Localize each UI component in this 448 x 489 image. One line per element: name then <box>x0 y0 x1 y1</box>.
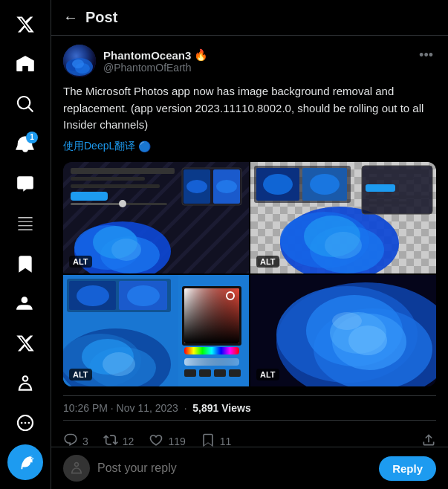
stats-row: 3 12 119 <box>63 427 436 447</box>
image-grid-cell-4[interactable]: ALT <box>250 275 436 386</box>
reply-input[interactable] <box>97 462 371 475</box>
sidebar-item-logo[interactable] <box>7 6 44 43</box>
retweet-icon <box>103 433 118 447</box>
translate-link[interactable]: 使用DeepL翻译 🔵 <box>63 140 436 153</box>
reply-avatar <box>63 455 90 482</box>
fire-emoji: 🔥 <box>194 48 208 62</box>
svg-rect-40 <box>366 201 410 204</box>
svg-rect-38 <box>366 184 395 192</box>
tweet-text: The Microsoft Photos app now has image b… <box>63 83 436 134</box>
sidebar-item-notifications[interactable]: 1 <box>7 126 44 163</box>
svg-rect-61 <box>184 358 239 366</box>
svg-rect-65 <box>229 369 241 377</box>
retweet-stat[interactable]: 12 <box>103 433 134 447</box>
svg-rect-39 <box>366 195 429 198</box>
avatar[interactable] <box>63 45 96 77</box>
svg-point-79 <box>332 312 362 330</box>
compose-button[interactable] <box>7 444 43 480</box>
sidebar-item-communities[interactable] <box>7 285 44 322</box>
sidebar-item-messages[interactable] <box>7 166 44 203</box>
like-icon <box>149 433 163 447</box>
user-info: PhantomOcean3 🔥 @PhantomOfEarth <box>63 45 208 77</box>
svg-point-21 <box>216 180 237 193</box>
svg-point-34 <box>325 232 362 259</box>
svg-rect-10 <box>71 184 160 188</box>
svg-point-44 <box>263 174 293 195</box>
svg-rect-63 <box>199 369 211 377</box>
sidebar-item-more[interactable] <box>7 404 44 441</box>
sidebar-item-profile[interactable] <box>7 365 44 402</box>
views-count: 5,891 Views <box>192 402 250 414</box>
share-icon <box>421 433 436 447</box>
svg-rect-62 <box>184 369 196 377</box>
svg-rect-9 <box>71 177 145 181</box>
timestamp-row: 10:26 PM · Nov 11, 2023 · 5,891 Views <box>63 395 436 421</box>
user-row: PhantomOcean3 🔥 @PhantomOfEarth ••• <box>63 45 436 77</box>
alt-badge-4[interactable]: ALT <box>256 369 279 380</box>
reply-button[interactable]: Reply <box>379 456 436 481</box>
svg-point-52 <box>103 352 135 376</box>
svg-rect-11 <box>71 192 108 201</box>
bookmark-stat[interactable]: 11 <box>201 433 232 447</box>
page-title: Post <box>85 9 117 26</box>
svg-point-69 <box>77 285 109 306</box>
translate-text: 使用DeepL翻译 <box>63 140 135 153</box>
sidebar-item-lists[interactable] <box>7 205 44 242</box>
svg-rect-64 <box>214 369 226 377</box>
svg-point-4 <box>72 59 84 68</box>
svg-point-16 <box>111 239 141 261</box>
tweet-body: PhantomOcean3 🔥 @PhantomOfEarth ••• The … <box>51 36 448 447</box>
svg-point-24 <box>119 200 126 207</box>
screen-name: @PhantomOfEarth <box>103 62 208 74</box>
svg-rect-23 <box>71 203 123 205</box>
retweets-count: 12 <box>123 435 134 447</box>
svg-rect-36 <box>366 169 429 174</box>
more-options-button[interactable]: ••• <box>416 45 436 66</box>
image-grid: ALT <box>63 162 436 386</box>
translate-icon: 🔵 <box>138 140 151 152</box>
sidebar: 1 <box>0 0 51 489</box>
sidebar-item-search[interactable] <box>7 85 44 123</box>
likes-count: 119 <box>168 435 185 447</box>
share-stat[interactable] <box>421 433 436 447</box>
notification-badge: 1 <box>26 132 38 143</box>
comment-icon <box>63 433 78 447</box>
image-grid-cell-1[interactable]: ALT <box>63 162 249 273</box>
sidebar-item-xpremium[interactable] <box>7 325 44 362</box>
alt-badge-2[interactable]: ALT <box>256 256 279 268</box>
image-grid-cell-3[interactable]: ALT <box>63 275 249 386</box>
reply-bar: Reply <box>51 447 448 489</box>
alt-badge-3[interactable]: ALT <box>69 369 92 380</box>
bookmarks-count: 11 <box>220 435 232 447</box>
timestamp: 10:26 PM · Nov 11, 2023 <box>63 402 178 414</box>
main-content: ← Post <box>51 0 448 489</box>
bookmark-stat-icon <box>201 433 215 447</box>
sidebar-item-bookmarks[interactable] <box>7 245 44 282</box>
svg-point-20 <box>186 180 207 193</box>
svg-point-78 <box>348 326 387 355</box>
display-name[interactable]: PhantomOcean3 🔥 <box>103 48 208 62</box>
post-header: ← Post <box>51 0 448 36</box>
svg-point-45 <box>310 174 340 195</box>
svg-rect-8 <box>71 168 175 174</box>
svg-rect-57 <box>184 288 239 343</box>
comments-stat[interactable]: 3 <box>63 433 88 447</box>
svg-rect-59 <box>184 347 239 354</box>
sidebar-item-home[interactable] <box>7 46 44 83</box>
comments-count: 3 <box>82 435 88 447</box>
svg-rect-37 <box>366 177 414 180</box>
like-stat[interactable]: 119 <box>149 433 185 447</box>
image-grid-cell-2[interactable]: ALT <box>250 162 436 273</box>
alt-badge-1[interactable]: ALT <box>69 256 92 268</box>
svg-point-70 <box>127 285 160 306</box>
user-names: PhantomOcean3 🔥 @PhantomOfEarth <box>103 48 208 74</box>
back-button[interactable]: ← <box>63 9 78 26</box>
